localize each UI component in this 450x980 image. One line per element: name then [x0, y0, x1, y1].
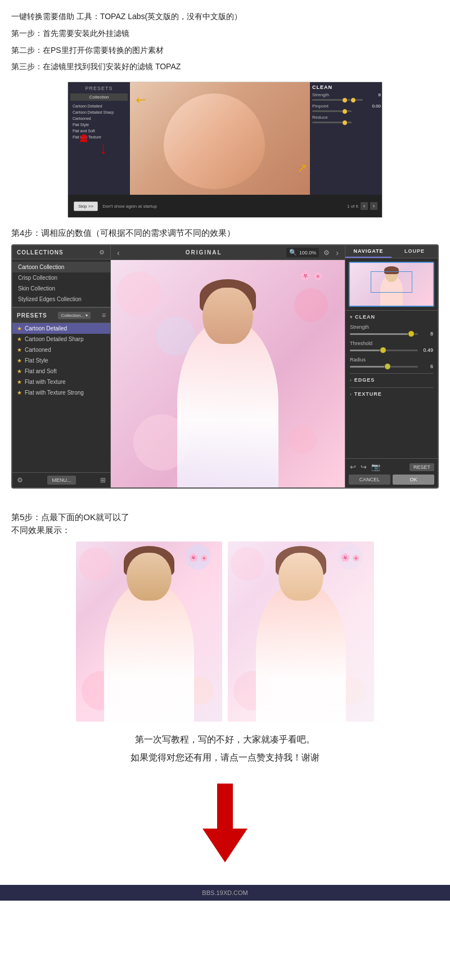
- settings-icon-2[interactable]: ⚙: [323, 249, 330, 257]
- cancel-button[interactable]: CANCEL: [349, 475, 390, 485]
- star-icon: ★: [17, 336, 22, 342]
- instructions-block: 一键转换需要借助 工具：TOPAZ Labs(英文版的，没有中文版的） 第一步：…: [11, 10, 439, 74]
- preset-cartoon-detailed-sharp[interactable]: ★ Cartoon Detailed Sharp: [12, 334, 110, 344]
- star-icon: ★: [17, 347, 22, 353]
- collection-item-stylized[interactable]: Stylized Edges Collection: [12, 294, 110, 305]
- preset-flat-with-texture-strong[interactable]: ★ Flat with Texture Strong: [12, 387, 110, 398]
- navigate-preview-image: [349, 262, 434, 307]
- preset-cartooned[interactable]: ★ Cartooned: [12, 344, 110, 355]
- sidebar-collections-header: COLLECTIONS ⚙: [12, 245, 110, 259]
- star-icon: ★: [17, 390, 22, 396]
- collection-dropdown-btn[interactable]: Collection... ▾: [58, 312, 91, 319]
- edges-section: › EDGES: [350, 373, 433, 383]
- strength-row: Strength 8: [350, 324, 433, 337]
- step4-label: 第4步：调相应的数值（可根据不同的需求调节不同的效果）: [11, 228, 439, 239]
- chevron-icon: ▾: [350, 315, 353, 320]
- center-image-area: 🌸 🌸: [111, 260, 345, 487]
- instruction-line4: 第三步：在滤镜里找到我们安装好的滤镜 TOPAZ: [11, 60, 439, 74]
- main-sidebar: COLLECTIONS ⚙ Cartoon Collection Crisp C…: [12, 245, 111, 487]
- preset-cartoon-detailed[interactable]: ★ Cartoon Detailed: [12, 323, 110, 334]
- c-bokeh-5: [231, 547, 264, 581]
- step5-line1: 第5步：点最下面的OK就可以了: [11, 512, 439, 523]
- texture-section-title[interactable]: › TEXTURE: [350, 391, 433, 397]
- bottom-text-block: 第一次写教程，写的不好，大家就凑乎看吧。 如果觉得对您还有用，请点一点赞支持我！…: [11, 731, 439, 767]
- collections-list: Cartoon Collection Crisp Collection Skin…: [12, 259, 110, 307]
- right-tabs: NAVIGATE LOUPE: [345, 245, 438, 258]
- preset-flat-and-soft[interactable]: ★ Flat and Soft: [12, 366, 110, 377]
- star-icon: ★: [17, 379, 22, 385]
- tab-navigate[interactable]: NAVIGATE: [345, 245, 392, 258]
- grid-icon[interactable]: ⊞: [100, 476, 106, 484]
- redo-icon[interactable]: ↪: [359, 462, 368, 472]
- comparison-image-1: 🌸 🌸: [76, 542, 222, 722]
- screenshot-sidebar-item-2: Cartoon Detailed Sharp: [70, 109, 128, 115]
- radius-slider[interactable]: [350, 366, 418, 368]
- yellow-arrow-right: ↗: [297, 161, 307, 176]
- menu-button[interactable]: MENU...: [47, 476, 75, 485]
- main-center-area: ‹ ORIGINAL 🔍 100.0% ⚙ ›: [111, 245, 345, 487]
- strength-value: 8: [421, 331, 433, 337]
- collection-item-skin[interactable]: Skin Collection: [12, 283, 110, 294]
- undo-icon[interactable]: ↩: [349, 462, 357, 472]
- screenshot-face-bg: [130, 82, 316, 195]
- bokeh-1: [116, 271, 161, 316]
- collection-item-crisp[interactable]: Crisp Collection: [12, 272, 110, 283]
- arrow-down-red: ↓: [99, 138, 107, 158]
- c-head-2: [278, 553, 323, 601]
- edges-section-title[interactable]: › EDGES: [350, 377, 433, 383]
- screenshot-strength-slider: [312, 99, 352, 101]
- right-bottom-actions: ↩ ↪ 📷 RESET CANCEL OK: [345, 458, 438, 487]
- radius-value: 6: [421, 364, 433, 369]
- screenshot-reduce-slider: [312, 122, 352, 123]
- navigate-preview: [345, 258, 438, 311]
- list-view-icon[interactable]: ≡: [102, 311, 106, 319]
- comparison-row: 🌸 🌸 🌸 🌸: [68, 542, 382, 722]
- arrow-stem: [217, 784, 233, 829]
- screenshot-sidebar-item-1: Cartoon Detailed: [70, 103, 128, 109]
- zoom-control: 🔍 100.0%: [286, 248, 320, 257]
- nav-prev-btn[interactable]: ‹: [115, 248, 122, 257]
- arrow-head: [202, 829, 248, 862]
- footer-bar: BBS.19XD.COM: [0, 885, 450, 901]
- threshold-slider[interactable]: [350, 350, 418, 351]
- camera-icon[interactable]: 📷: [370, 462, 381, 472]
- chevron-right-icon: ›: [350, 378, 352, 383]
- strength-slider[interactable]: [350, 333, 418, 335]
- footer-text: BBS.19XD.COM: [202, 889, 248, 896]
- presets-header: PRESETS Collection... ▾ ≡: [12, 307, 110, 323]
- instruction-line2: 第一步：首先需要安装此外挂滤镜: [11, 27, 439, 41]
- instruction-line3: 第二步：在PS里打开你需要转换的图片素材: [11, 44, 439, 57]
- c-figure-2: [256, 581, 346, 722]
- clean-section-title: ▾ CLEAN: [350, 314, 433, 320]
- radius-row: Radius 6: [350, 357, 433, 369]
- tab-loupe[interactable]: LOUPE: [392, 245, 438, 258]
- chevron-down-icon: ▾: [86, 313, 88, 318]
- skip-button[interactable]: Skip >>: [74, 202, 98, 211]
- navigate-selection-box: [371, 271, 412, 293]
- app-screenshot-1: PRESETS Collection Cartoon Detailed Cart…: [68, 82, 382, 217]
- preset-flat-style[interactable]: ★ Flat Style: [12, 355, 110, 366]
- star-icon: ★: [17, 368, 22, 374]
- settings-icon[interactable]: ⚙: [17, 476, 23, 484]
- action-icons-row: ↩ ↪ 📷 RESET: [349, 462, 434, 472]
- figure-head: [202, 288, 253, 344]
- collection-item-cartoon[interactable]: Cartoon Collection: [12, 262, 110, 272]
- threshold-value: 0.49: [421, 347, 433, 353]
- bottom-line1: 第一次写教程，写的不好，大家就凑乎看吧。: [11, 731, 439, 749]
- search-icon: 🔍: [289, 249, 297, 256]
- next-nav-btn[interactable]: ›: [370, 202, 377, 210]
- main-right-panel: NAVIGATE LOUPE ▾ CL: [345, 245, 438, 487]
- gear-icon[interactable]: ⚙: [99, 249, 106, 256]
- ok-button[interactable]: OK: [393, 475, 434, 485]
- prev-nav-btn[interactable]: ‹: [361, 202, 368, 210]
- screenshot-right-title: CLEAN: [312, 84, 381, 90]
- c-head-1: [127, 553, 172, 601]
- figure-silhouette: [177, 319, 278, 487]
- screenshot-pinpoint-slider: [312, 110, 352, 112]
- reset-button[interactable]: RESET: [410, 463, 434, 471]
- preset-flat-with-texture[interactable]: ★ Flat with Texture: [12, 377, 110, 387]
- nav-next-btn[interactable]: ›: [334, 248, 340, 257]
- right-settings-panel: ▾ CLEAN Strength 8: [345, 311, 438, 458]
- bokeh-4: [289, 426, 317, 454]
- c-figure-1: [104, 581, 194, 722]
